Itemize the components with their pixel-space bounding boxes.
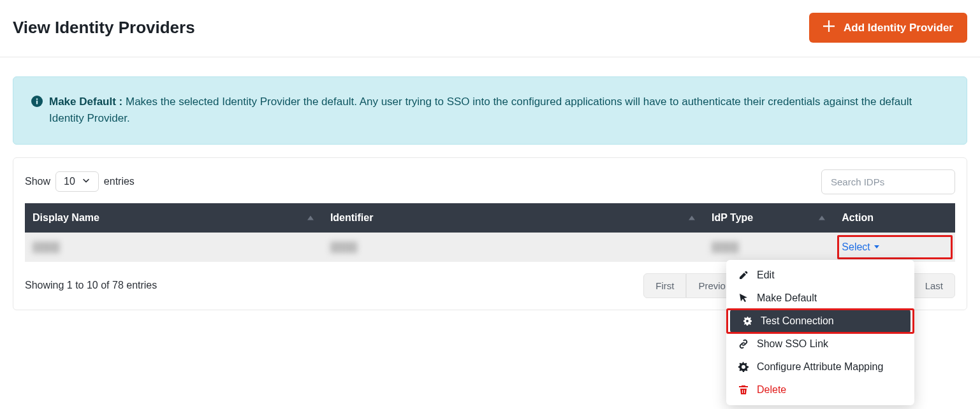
page-size-value: 10	[64, 176, 75, 187]
menu-delete[interactable]: Delete	[726, 378, 914, 401]
row-action-select[interactable]: Select	[842, 241, 879, 253]
entries-label: entries	[104, 176, 135, 187]
col-action: Action	[834, 203, 955, 233]
cursor-icon	[738, 292, 749, 304]
pencil-icon	[738, 269, 749, 281]
plus-icon	[823, 20, 835, 35]
info-icon	[31, 94, 43, 127]
sort-icon	[307, 215, 314, 220]
menu-edit[interactable]: Edit	[726, 264, 914, 287]
alert-label: Make Default :	[49, 96, 122, 108]
menu-make-default-label: Make Default	[757, 292, 817, 304]
svg-rect-1	[36, 101, 38, 104]
entries-selector: Show 10 entries	[25, 171, 135, 192]
alert-text-wrap: Make Default : Makes the selected Identi…	[49, 94, 949, 127]
page-size-select[interactable]: 10	[55, 171, 99, 192]
idp-table: Display Name Identifier IdP Type Action …	[25, 203, 955, 262]
select-label: Select	[842, 241, 870, 253]
menu-show-sso-link[interactable]: Show SSO Link	[726, 333, 914, 355]
menu-test-connection[interactable]: Test Connection	[730, 310, 911, 333]
page-last[interactable]: Last	[913, 273, 955, 298]
action-dropdown: Edit Make Default Test Connection Show S…	[726, 260, 914, 405]
gears-icon	[742, 315, 753, 327]
cell-identifier: ████	[330, 241, 358, 252]
menu-edit-label: Edit	[757, 269, 775, 281]
alert-text: Makes the selected Identity Provider the…	[49, 96, 912, 124]
page-header: View Identity Providers Add Identity Pro…	[0, 0, 980, 57]
cell-idp-type: ████	[712, 241, 739, 252]
col-idp-type[interactable]: IdP Type	[704, 203, 834, 233]
search-input[interactable]	[821, 169, 955, 194]
showing-text: Showing 1 to 10 of 78 entries	[25, 280, 157, 291]
page-title: View Identity Providers	[13, 18, 195, 38]
svg-rect-2	[36, 99, 38, 100]
caret-down-icon	[874, 245, 879, 248]
menu-make-default[interactable]: Make Default	[726, 287, 914, 310]
page-first[interactable]: First	[643, 273, 686, 298]
table-row: ████ ████ ████ Select	[25, 233, 955, 262]
sort-icon	[689, 215, 695, 220]
add-button-label: Add Identity Provider	[844, 22, 953, 34]
menu-configure-attribute[interactable]: Configure Attribute Mapping	[726, 355, 914, 378]
menu-delete-label: Delete	[757, 384, 786, 396]
col-identifier[interactable]: Identifier	[323, 203, 704, 233]
info-alert: Make Default : Makes the selected Identi…	[13, 76, 967, 145]
col-display-name[interactable]: Display Name	[25, 203, 323, 233]
show-label: Show	[25, 176, 50, 187]
table-card: Show 10 entries Display Name Identifier	[13, 157, 967, 310]
chevron-down-icon	[82, 176, 91, 187]
menu-configure-attribute-label: Configure Attribute Mapping	[757, 361, 883, 373]
gear-icon	[738, 361, 749, 373]
trash-icon	[738, 384, 749, 396]
cell-display-name: ████	[33, 241, 60, 252]
link-icon	[738, 338, 749, 350]
sort-icon	[819, 215, 825, 220]
menu-test-connection-label: Test Connection	[761, 315, 834, 327]
menu-show-sso-link-label: Show SSO Link	[757, 338, 828, 350]
add-identity-provider-button[interactable]: Add Identity Provider	[809, 13, 967, 43]
table-controls: Show 10 entries	[25, 169, 955, 194]
